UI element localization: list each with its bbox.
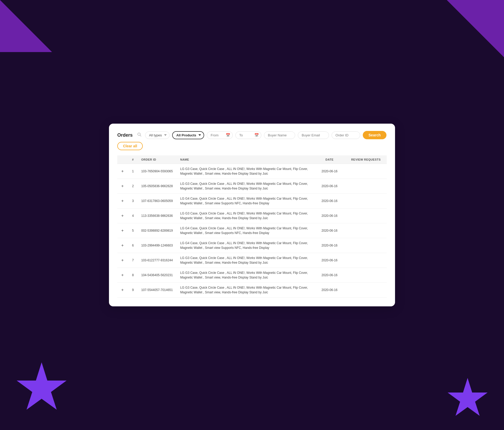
svg-line-1 — [140, 135, 141, 136]
order-id-cell[interactable]: 105-0505836-9662628 — [138, 179, 177, 194]
product-name-cell: LG G4 Case, Quick Circle Case , ALL IN O… — [177, 223, 314, 238]
product-name-cell: LG G3 Case, Quick Circle Case , ALL IN O… — [177, 179, 314, 194]
product-name-cell: LG G4 Case, Quick Circle Case , ALL IN O… — [177, 238, 314, 253]
order-id-cell[interactable]: 103-2994499-1246603 — [138, 238, 177, 253]
expand-cell[interactable]: + — [117, 194, 128, 208]
product-name-cell: LG G3 Case, Quick Circle Case , ALL IN O… — [177, 268, 314, 283]
table-row: + 6 103-2994499-1246603 LG G4 Case, Quic… — [117, 238, 387, 253]
order-id-cell[interactable]: 103-7650904-5593065 — [138, 164, 177, 179]
table-row: + 10 112-3250422-3993851 Bluetooth Earbu… — [117, 298, 387, 301]
review-requests-cell — [345, 268, 387, 283]
all-products-select[interactable]: All Products — [172, 131, 204, 139]
table-row: + 5 002-5398892-8289819 LG G4 Case, Quic… — [117, 223, 387, 238]
date-cell: 2020-06-16 — [314, 268, 345, 283]
all-types-select[interactable]: All types — [145, 131, 170, 139]
row-number: 8 — [128, 268, 138, 283]
order-id-cell[interactable]: 107-6317863-0605059 — [138, 194, 177, 208]
product-name-cell: LG G3 Case, Quick Circle Case , ALL IN O… — [177, 283, 314, 298]
table-row: + 9 107-5544057-7014651 LG G3 Case, Quic… — [117, 283, 387, 298]
date-cell: 2020-06-16 — [314, 194, 345, 208]
order-id-cell[interactable]: 103-6122777-9316244 — [138, 253, 177, 268]
order-id-cell[interactable]: 002-5398892-8289819 — [138, 223, 177, 238]
expand-cell[interactable]: + — [117, 238, 128, 253]
date-cell: 2020-06-16 — [314, 223, 345, 238]
row-number: 7 — [128, 253, 138, 268]
product-name-cell: LG G3 Case, Quick Circle Case , ALL IN O… — [177, 164, 314, 179]
date-cell: 2020-06-16 — [314, 179, 345, 194]
order-id-cell[interactable]: 107-5544057-7014651 — [138, 283, 177, 298]
date-cell: 2020-06-16 — [314, 298, 345, 301]
bg-decoration-tr — [447, 0, 504, 57]
expand-cell[interactable]: + — [117, 179, 128, 194]
table-header: # ORDER ID NAME DATE REVIEW REQUESTS — [117, 155, 387, 164]
col-header-name: NAME — [177, 155, 314, 164]
to-date-wrap: 📅 — [235, 131, 261, 139]
product-name-cell: LG G4 Case, Quick Circle Case , ALL IN O… — [177, 194, 314, 208]
buyer-name-input[interactable] — [264, 131, 295, 139]
search-button[interactable]: Search — [363, 131, 386, 139]
col-header-num: # — [128, 155, 138, 164]
row-number: 10 — [128, 298, 138, 301]
col-header-expand — [117, 155, 128, 164]
review-requests-cell — [345, 298, 387, 301]
col-header-date: DATE — [314, 155, 345, 164]
expand-cell[interactable]: + — [117, 298, 128, 301]
page-title: Orders — [117, 132, 133, 138]
review-requests-cell — [345, 194, 387, 208]
table-body: + 1 103-7650904-5593065 LG G3 Case, Quic… — [117, 164, 387, 301]
order-id-cell[interactable]: 112-3250422-3993851 — [138, 298, 177, 301]
order-id-cell[interactable]: 104-5436405-5620231 — [138, 268, 177, 283]
expand-cell[interactable]: + — [117, 283, 128, 298]
col-header-order-id: ORDER ID — [138, 155, 177, 164]
bg-star-br — [447, 378, 488, 420]
table-row: + 3 107-6317863-0605059 LG G4 Case, Quic… — [117, 194, 387, 208]
review-requests-cell — [345, 253, 387, 268]
expand-cell[interactable]: + — [117, 268, 128, 283]
expand-cell[interactable]: + — [117, 208, 128, 223]
row-number: 5 — [128, 223, 138, 238]
review-requests-cell — [345, 238, 387, 253]
row-number: 9 — [128, 283, 138, 298]
toolbar: Orders All types All Products 📅 📅 Search… — [117, 131, 387, 150]
table-row: + 1 103-7650904-5593065 LG G3 Case, Quic… — [117, 164, 387, 179]
from-date-input[interactable] — [207, 131, 233, 139]
product-name-cell: LG G3 Case, Quick Circle Case , ALL IN O… — [177, 253, 314, 268]
main-card: Orders All types All Products 📅 📅 Search… — [109, 124, 395, 306]
table-row: + 2 105-0505836-9662628 LG G3 Case, Quic… — [117, 179, 387, 194]
date-cell: 2020-06-16 — [314, 164, 345, 179]
clear-all-button[interactable]: Clear all — [117, 142, 143, 150]
to-date-input[interactable] — [235, 131, 261, 139]
order-id-input[interactable] — [332, 131, 360, 139]
table-wrap: # ORDER ID NAME DATE REVIEW REQUESTS + 1… — [117, 155, 387, 301]
table-row: + 4 113-3356638-9862636 LG G3 Case, Quic… — [117, 208, 387, 223]
from-date-wrap: 📅 — [207, 131, 233, 139]
table-row: + 8 104-5436405-5620231 LG G3 Case, Quic… — [117, 268, 387, 283]
row-number: 2 — [128, 179, 138, 194]
date-cell: 2020-06-16 — [314, 238, 345, 253]
bg-decoration-tl — [0, 0, 52, 52]
bg-star-bl — [16, 362, 68, 414]
review-requests-cell — [345, 179, 387, 194]
expand-cell[interactable]: + — [117, 164, 128, 179]
row-number: 6 — [128, 238, 138, 253]
search-icon — [137, 132, 141, 137]
review-requests-cell — [345, 208, 387, 223]
date-cell: 2020-06-16 — [314, 253, 345, 268]
expand-cell[interactable]: + — [117, 253, 128, 268]
date-cell: 2020-06-16 — [314, 283, 345, 298]
review-requests-cell — [345, 223, 387, 238]
review-requests-cell — [345, 283, 387, 298]
table-row: + 7 103-6122777-9316244 LG G3 Case, Quic… — [117, 253, 387, 268]
order-id-cell[interactable]: 113-3356638-9862636 — [138, 208, 177, 223]
date-cell: 2020-06-16 — [314, 208, 345, 223]
orders-table: # ORDER ID NAME DATE REVIEW REQUESTS + 1… — [117, 155, 387, 301]
review-requests-cell — [345, 164, 387, 179]
row-number: 3 — [128, 194, 138, 208]
search-icon-button[interactable] — [136, 131, 143, 139]
col-header-review: REVIEW REQUESTS — [345, 155, 387, 164]
row-number: 4 — [128, 208, 138, 223]
product-name-cell: LG G3 Case, Quick Circle Case , ALL IN O… — [177, 208, 314, 223]
expand-cell[interactable]: + — [117, 223, 128, 238]
buyer-email-input[interactable] — [298, 131, 329, 139]
row-number: 1 — [128, 164, 138, 179]
